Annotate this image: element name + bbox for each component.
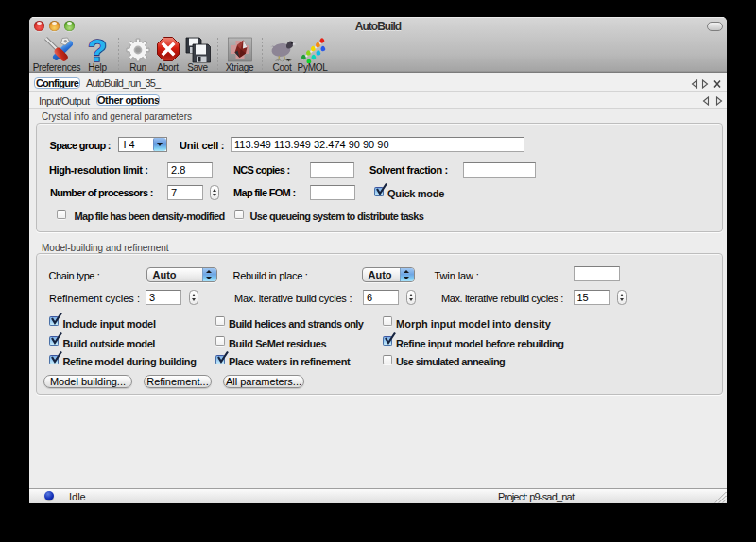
svg-text:?: ? — [88, 37, 107, 63]
